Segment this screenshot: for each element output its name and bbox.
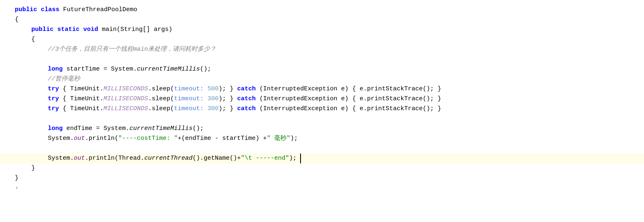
kw-class: class [41, 5, 63, 15]
gutter-11 [41, 105, 46, 113]
kw-long-1: long [48, 64, 66, 74]
fold-indicator: › [15, 183, 19, 193]
code-line-7: long startTime = System.currentTimeMilli… [0, 64, 644, 74]
end-time-decl: endTime = System. [66, 124, 129, 134]
code-line-15 [0, 144, 644, 154]
catch-block-2: (InterruptedException e) { e.printStackT… [256, 94, 441, 104]
start-time-decl: startTime = System. [66, 64, 137, 74]
kw-long-2: long [48, 124, 66, 134]
code-line-18: } [0, 173, 644, 183]
method-currenttimemillis-2: currentTimeMillis [129, 124, 193, 134]
gutter-8 [41, 76, 46, 83]
string-ms: " 毫秒" [267, 134, 290, 144]
code-line-16: System.out.println(Thread.currentThread(… [0, 154, 644, 163]
code-line-9: try { TimeUnit.MILLISECONDS.sleep(timeou… [0, 84, 644, 94]
space-3 [204, 104, 207, 114]
plus-endtime: +(endTime - startTime) + [178, 134, 267, 144]
open-brace-method: { [31, 35, 35, 45]
open-brace-class: { [15, 15, 19, 25]
try-block-1b: .sleep( [148, 84, 174, 94]
kw-catch-3: catch [237, 104, 256, 114]
comment-tasks: //3个任务，目前只有一个线程main来处理，请问耗时多少？ [48, 45, 216, 54]
gutter-10 [41, 95, 46, 103]
gutter-3 [25, 26, 30, 34]
param-timeout-2: timeout: [174, 94, 204, 104]
code-line-6 [0, 54, 644, 64]
try-block-2c: ); } [219, 94, 237, 104]
gutter-1 [8, 6, 13, 14]
gutter-12 [8, 114, 13, 122]
param-timeout-1: timeout: [174, 84, 204, 94]
try-block-2a: { TimeUnit. [59, 94, 103, 104]
gutter-16 [41, 155, 46, 163]
gutter-18 [8, 175, 13, 182]
kw-catch-2: catch [237, 94, 256, 104]
milliseconds-3: MILLISECONDS [103, 104, 148, 114]
gutter-2 [8, 16, 13, 24]
gutter-5 [41, 46, 46, 54]
code-line-13: long endTime = System.currentTimeMillis(… [0, 124, 644, 134]
gutter-19 [8, 184, 13, 192]
num-500: 500 [207, 84, 219, 94]
gutter-6 [8, 54, 13, 62]
code-line-19: › [0, 183, 644, 193]
dot-2: .println(Thread. [85, 154, 144, 163]
kw-static: static [57, 25, 83, 35]
gutter-13 [41, 125, 46, 133]
num-300-1: 300 [207, 94, 219, 104]
text-cursor [296, 154, 301, 163]
method-currenttimemillis-1: currentTimeMillis [137, 64, 200, 74]
try-block-3c: ); } [219, 104, 237, 114]
num-300-2: 300 [207, 104, 219, 114]
milliseconds-2: MILLISECONDS [103, 94, 148, 104]
gutter-14 [41, 135, 46, 143]
system-out-2: System. [48, 154, 74, 163]
kw-try-1: try [48, 84, 59, 94]
out-1: out [74, 134, 85, 144]
milliseconds-1: MILLISECONDS [103, 84, 148, 94]
string-end: "\t -----end" [241, 154, 289, 163]
try-block-3a: { TimeUnit. [59, 104, 103, 114]
code-line-11: try { TimeUnit.MILLISECONDS.sleep(timeou… [0, 104, 644, 114]
gutter-4 [25, 36, 30, 44]
gutter-15 [8, 144, 13, 151]
kw-try-3: try [48, 104, 59, 114]
param-timeout-3: timeout: [174, 104, 204, 114]
close-brace-class: } [15, 173, 19, 183]
code-editor: public class FutureThreadPoolDemo { publ… [0, 0, 644, 222]
method-main: main(String[] args) [102, 25, 172, 35]
close-brace-method: } [31, 163, 35, 173]
kw-try-2: try [48, 94, 59, 104]
code-line-14: System.out.println("----costTime: "+(end… [0, 134, 644, 144]
close-println-1: ); [290, 134, 298, 144]
getname-call: ().getName()+ [193, 154, 241, 163]
kw-void: void [83, 25, 102, 35]
dot-1: .println( [85, 134, 118, 144]
code-line-8: //暂停毫秒 [0, 74, 644, 84]
try-block-3b: .sleep( [148, 104, 174, 114]
code-line-4: { [0, 35, 644, 45]
gutter-17 [25, 165, 30, 172]
try-block-1c: ); } [219, 84, 237, 94]
code-line-1: public class FutureThreadPoolDemo [0, 5, 644, 15]
paren-1: (); [200, 64, 211, 74]
kw-public-1: public [15, 5, 41, 15]
code-line-2: { [0, 15, 644, 25]
space-1 [204, 84, 207, 94]
close-println-2: ); [289, 154, 296, 163]
catch-block-3: (InterruptedException e) { e.printStackT… [256, 104, 441, 114]
code-line-3: public static void main(String[] args) [0, 25, 644, 35]
comment-pause: //暂停毫秒 [48, 74, 80, 84]
system-out-1: System. [48, 134, 74, 144]
kw-catch-1: catch [237, 84, 256, 94]
out-2: out [74, 154, 85, 163]
method-currentthread: currentThread [144, 154, 193, 163]
gutter-9 [41, 85, 46, 93]
gutter-7 [41, 66, 46, 73]
try-block-1a: { TimeUnit. [59, 84, 103, 94]
classname: FutureThreadPoolDemo [63, 5, 137, 15]
code-line-12 [0, 114, 644, 124]
code-line-17: } [0, 163, 644, 173]
catch-block-1: (InterruptedException e) { e.printStackT… [256, 84, 441, 94]
code-line-5: //3个任务，目前只有一个线程main来处理，请问耗时多少？ [0, 45, 644, 54]
